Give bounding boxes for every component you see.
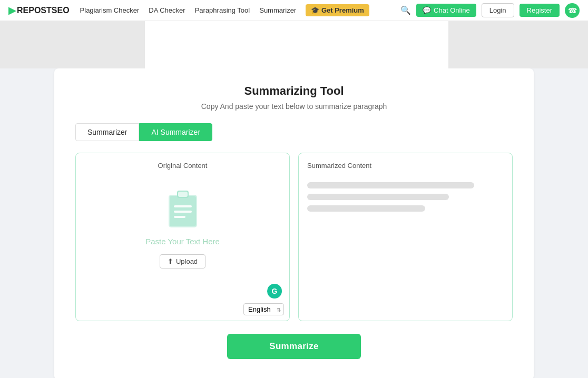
language-select-wrap: English Spanish French German (243, 303, 284, 315)
upload-label: Upload (176, 257, 198, 265)
site-logo[interactable]: ▶ REPOSTSEO (8, 5, 70, 16)
tabs-row: Summarizer AI Summarizer (75, 123, 513, 141)
svg-rect-4 (174, 205, 192, 207)
svg-rect-6 (174, 216, 185, 218)
tab-ai-summarizer[interactable]: AI Summarizer (139, 123, 212, 141)
summarize-button[interactable]: Summarize (227, 334, 360, 359)
chat-label: Chat Online (434, 6, 470, 14)
navbar: ▶ REPOSTSEO Plagiarism Checker DA Checke… (0, 0, 588, 21)
language-select[interactable]: English Spanish French German (243, 303, 284, 315)
chat-button[interactable]: 💬 Chat Online (416, 4, 476, 17)
search-icon: 🔍 (400, 6, 411, 15)
navbar-right: 🔍 💬 Chat Online Login Register ☎ (400, 3, 580, 18)
paste-text: Paste Your Text Here (145, 237, 220, 246)
nav-links: Plagiarism Checker DA Checker Paraphrasi… (80, 4, 401, 16)
grammarly-letter: G (272, 287, 278, 295)
svg-rect-3 (178, 192, 188, 197)
logo-arrow-icon: ▶ (8, 5, 16, 16)
main-card: Summarizing Tool Copy And paste your tex… (54, 68, 534, 378)
original-panel-label: Original Content (158, 162, 208, 170)
search-button[interactable]: 🔍 (400, 5, 411, 15)
upload-button[interactable]: ⬆ Upload (160, 254, 205, 268)
skeleton-line-3 (307, 205, 425, 212)
tool-title: Summarizing Tool (75, 84, 513, 98)
support-icon: ☎ (568, 6, 577, 15)
original-content-panel: Original Content Paste Your Text Here (75, 153, 290, 321)
register-button[interactable]: Register (520, 4, 560, 17)
grammarly-badge[interactable]: G (267, 284, 282, 299)
logo-text: REPOSTSEO (17, 6, 70, 15)
page-wrapper: Summarizing Tool Copy And paste your tex… (0, 21, 588, 378)
summarized-content-panel: Summarized Content (298, 153, 513, 321)
chat-icon: 💬 (423, 6, 431, 14)
skeleton-lines (307, 182, 504, 217)
premium-button[interactable]: 🎓 Get Premium (306, 4, 369, 16)
summarized-panel-label: Summarized Content (307, 162, 371, 170)
nav-summarizer[interactable]: Summarizer (259, 6, 296, 14)
tab-summarizer[interactable]: Summarizer (75, 123, 139, 141)
content-row: Original Content Paste Your Text Here (75, 153, 513, 321)
ad-row (0, 21, 588, 68)
summarize-row: Summarize (75, 334, 513, 359)
nav-paraphrasing-tool[interactable]: Paraphrasing Tool (195, 6, 250, 14)
ad-banner-right (448, 21, 588, 68)
ad-banner-left (0, 21, 145, 68)
nav-plagiarism-checker[interactable]: Plagiarism Checker (80, 6, 140, 14)
login-button[interactable]: Login (482, 3, 514, 17)
skeleton-line-1 (307, 182, 474, 188)
svg-rect-5 (174, 211, 192, 213)
tool-subtitle: Copy And paste your text below to summar… (75, 102, 513, 111)
skeleton-line-2 (307, 194, 449, 200)
upload-icon: ⬆ (168, 257, 173, 265)
support-button[interactable]: ☎ (565, 3, 580, 18)
ad-banner-center (145, 21, 448, 68)
nav-da-checker[interactable]: DA Checker (149, 6, 185, 14)
clipboard-icon (164, 188, 201, 231)
